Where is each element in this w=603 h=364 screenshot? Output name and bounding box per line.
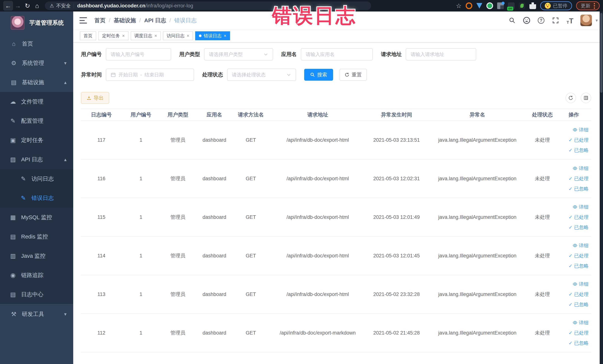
cell-exception: java.lang.IllegalArgumentException bbox=[426, 290, 528, 299]
cell-log-id: 112 bbox=[81, 329, 122, 337]
filter-request-url: 请求地址 bbox=[381, 48, 476, 60]
chevron-down-icon: ▾ bbox=[64, 311, 67, 317]
extension-green-icon[interactable] bbox=[487, 2, 493, 9]
collapse-menu-icon[interactable] bbox=[80, 17, 87, 23]
close-icon[interactable]: × bbox=[187, 33, 189, 38]
font-size-icon[interactable]: TT bbox=[566, 16, 574, 24]
sidebar-item-config-manage[interactable]: ✎ 配置管理 bbox=[0, 111, 73, 130]
detail-link[interactable]: 详细 bbox=[573, 319, 589, 326]
request-url-input[interactable] bbox=[411, 52, 471, 57]
end-date-placeholder: 结束日期 bbox=[145, 71, 164, 78]
tag-schedule-log[interactable]: 调度日志 × bbox=[131, 31, 161, 40]
sidebar-item-scheduled-task[interactable]: ▣ 定时任务 bbox=[0, 130, 73, 150]
close-icon[interactable]: × bbox=[122, 33, 125, 38]
browser-back-icon[interactable]: ← bbox=[3, 1, 13, 11]
mark-processed-link[interactable]: ✓已处理 bbox=[568, 330, 589, 336]
process-status-select[interactable]: 请选择处理状态 bbox=[227, 69, 296, 81]
tag-label: 定时任务 bbox=[102, 33, 120, 39]
scrollbar[interactable] bbox=[600, 12, 603, 364]
app-logo-row[interactable]: 芋道管理系统 bbox=[0, 12, 73, 34]
column-settings-button[interactable] bbox=[581, 93, 591, 103]
breadcrumb-home[interactable]: 首页 bbox=[94, 17, 105, 24]
extension-shield-icon[interactable] bbox=[476, 3, 482, 9]
extension-sprout-icon[interactable] bbox=[519, 2, 525, 9]
browser-forward-icon[interactable]: → bbox=[13, 1, 23, 11]
address-bar[interactable]: ⚠ 不安全 dashboard.yudao.iocoder.cn /infra/… bbox=[45, 1, 371, 10]
close-icon[interactable]: × bbox=[154, 33, 157, 38]
sidebar-item-infra[interactable]: ▤ 基础设施 ▴ bbox=[0, 73, 73, 92]
scrollbar-thumb[interactable] bbox=[600, 13, 603, 93]
breadcrumb-current: 错误日志 bbox=[174, 17, 197, 24]
browser-menu-icon[interactable] bbox=[594, 3, 595, 9]
extension-orange-icon[interactable] bbox=[466, 2, 472, 9]
mark-ignored-link[interactable]: ✓已忽略 bbox=[568, 147, 589, 153]
tag-error-log[interactable]: 错误日志 × bbox=[195, 31, 230, 40]
mark-ignored-link[interactable]: ✓已忽略 bbox=[568, 263, 589, 269]
tag-scheduled-task[interactable]: 定时任务 × bbox=[98, 31, 128, 40]
extensions-puzzle-icon[interactable] bbox=[529, 2, 536, 9]
mark-processed-link[interactable]: ✓已处理 bbox=[568, 214, 589, 221]
sidebar-item-system[interactable]: ⚙ 系统管理 ▾ bbox=[0, 53, 73, 73]
browser-home-icon[interactable]: ⌂ bbox=[32, 1, 42, 11]
refresh-table-button[interactable] bbox=[566, 93, 576, 103]
sidebar-item-trace[interactable]: ◉ 链路追踪 bbox=[0, 266, 73, 285]
user-id-input[interactable] bbox=[111, 52, 166, 57]
check-icon: ✓ bbox=[568, 137, 573, 143]
sidebar-item-mysql-monitor[interactable]: ▦ MySQL 监控 bbox=[0, 208, 73, 227]
sidebar-item-file-manage[interactable]: ☁ 文件管理 bbox=[0, 92, 73, 111]
mark-processed-link[interactable]: ✓已处理 bbox=[568, 253, 589, 259]
mark-ignored-link[interactable]: ✓已忽略 bbox=[568, 301, 589, 308]
breadcrumb-api-log[interactable]: API 日志 bbox=[144, 17, 166, 24]
reset-button[interactable]: 重置 bbox=[339, 69, 367, 81]
fullscreen-icon[interactable] bbox=[551, 16, 560, 24]
chevron-down-icon bbox=[263, 52, 268, 57]
start-date-placeholder: 开始日期 bbox=[118, 71, 138, 78]
detail-link[interactable]: 详细 bbox=[573, 204, 589, 210]
sidebar-item-dev-tools[interactable]: ⚒ 研发工具 ▾ bbox=[0, 305, 73, 324]
mark-processed-link[interactable]: ✓已处理 bbox=[568, 137, 589, 143]
github-icon[interactable] bbox=[522, 16, 531, 24]
avatar-caret-icon[interactable]: ▾ bbox=[596, 18, 598, 23]
sidebar-item-redis-monitor[interactable]: ▤ Redis 监控 bbox=[0, 227, 73, 246]
mark-processed-link[interactable]: ✓已处理 bbox=[568, 176, 589, 182]
bookmark-star-icon[interactable]: ☆ bbox=[456, 2, 462, 10]
action-label: 已忽略 bbox=[574, 224, 589, 231]
user-type-select[interactable]: 请选择用户类型 bbox=[204, 48, 273, 60]
detail-link[interactable]: 详细 bbox=[573, 281, 589, 287]
sidebar-item-home[interactable]: ⌂ 首页 bbox=[0, 34, 73, 53]
profile-paused-pill[interactable]: 已暂停 bbox=[540, 1, 572, 10]
sidebar-item-java-monitor[interactable]: ▥ Java 监控 bbox=[0, 246, 73, 266]
app-name-input[interactable] bbox=[306, 52, 368, 57]
help-icon[interactable]: ? bbox=[537, 16, 545, 24]
url-host: dashboard.yudao.iocoder.cn bbox=[77, 3, 145, 9]
chrome-update-button[interactable]: 更新 bbox=[576, 1, 600, 10]
export-button[interactable]: 导出 bbox=[81, 92, 109, 104]
tag-access-log[interactable]: 访问日志 × bbox=[163, 31, 193, 40]
date-range-picker[interactable]: 开始日期 - 结束日期 bbox=[106, 69, 194, 81]
col-header: 异常名 bbox=[426, 110, 528, 120]
mark-ignored-link[interactable]: ✓已忽略 bbox=[568, 340, 589, 346]
task-icon: ▣ bbox=[9, 137, 17, 144]
sidebar-item-error-log[interactable]: ✎ 错误日志 bbox=[0, 188, 73, 208]
browser-reload-icon[interactable]: ↻ bbox=[23, 1, 32, 11]
search-icon[interactable] bbox=[508, 16, 516, 24]
sidebar-item-api-log[interactable]: ▨ API 日志 ▴ bbox=[0, 150, 73, 169]
mark-processed-link[interactable]: ✓已处理 bbox=[568, 291, 589, 298]
breadcrumb-infra[interactable]: 基础设施 bbox=[114, 17, 136, 24]
close-icon[interactable]: × bbox=[224, 33, 226, 38]
extension-grid-icon[interactable] bbox=[497, 2, 504, 9]
sidebar-item-access-log[interactable]: ✎ 访问日志 bbox=[0, 169, 73, 188]
mark-ignored-link[interactable]: ✓已忽略 bbox=[568, 224, 589, 231]
sidebar-item-log-center[interactable]: ▤ 日志中心 bbox=[0, 285, 73, 304]
extension-switch-icon[interactable]: on bbox=[508, 2, 515, 9]
cell-url: /api/infra/db-doc/export-html bbox=[269, 174, 367, 183]
table-tools bbox=[566, 93, 591, 103]
table-row: 112 1 管理员 dashboard GET /api/infra/db-do… bbox=[81, 314, 591, 352]
mark-ignored-link[interactable]: ✓已忽略 bbox=[568, 186, 589, 192]
search-button[interactable]: 搜索 bbox=[304, 69, 333, 81]
detail-link[interactable]: 详细 bbox=[573, 242, 589, 249]
detail-link[interactable]: 详细 bbox=[573, 127, 589, 133]
tag-home[interactable]: 首页 bbox=[80, 31, 96, 40]
detail-link[interactable]: 详细 bbox=[573, 165, 589, 172]
user-avatar[interactable] bbox=[580, 15, 592, 26]
